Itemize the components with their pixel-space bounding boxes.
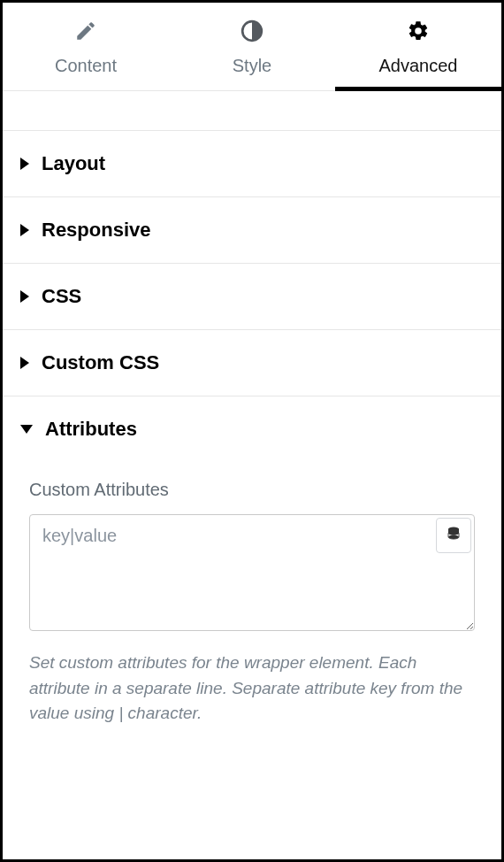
advanced-panel: Layout Responsive CSS Custom CSS Attribu… — [3, 91, 501, 727]
tab-label-advanced: Advanced — [379, 56, 458, 76]
section-custom-css: Custom CSS — [3, 329, 501, 396]
section-responsive: Responsive — [3, 196, 501, 264]
caret-right-icon — [20, 357, 29, 369]
contrast-icon — [240, 19, 264, 43]
attributes-body: Custom Attributes Set custom attributes … — [3, 462, 501, 727]
caret-right-icon — [20, 158, 29, 170]
custom-attributes-input-wrap — [29, 514, 475, 635]
section-css: CSS — [3, 263, 501, 330]
section-header-css[interactable]: CSS — [3, 264, 501, 329]
gear-icon — [406, 19, 431, 43]
tab-label-style: Style — [233, 56, 271, 76]
section-title-custom-css: Custom CSS — [42, 351, 159, 374]
section-header-responsive[interactable]: Responsive — [3, 197, 501, 263]
section-title-layout: Layout — [42, 152, 105, 175]
tab-style[interactable]: Style — [169, 3, 335, 90]
dynamic-tags-button[interactable] — [436, 518, 471, 553]
section-header-layout[interactable]: Layout — [3, 131, 501, 196]
tab-content[interactable]: Content — [3, 3, 169, 90]
svg-point-2 — [448, 531, 459, 535]
custom-attributes-help: Set custom attributes for the wrapper el… — [29, 650, 475, 727]
tab-label-content: Content — [55, 56, 117, 76]
database-icon — [446, 526, 462, 545]
section-title-css: CSS — [42, 285, 81, 308]
pencil-icon — [73, 19, 98, 43]
section-title-responsive: Responsive — [42, 219, 151, 242]
caret-right-icon — [20, 290, 29, 303]
section-header-custom-css[interactable]: Custom CSS — [3, 330, 501, 396]
section-layout: Layout — [3, 130, 501, 197]
svg-point-3 — [448, 535, 459, 540]
section-header-attributes[interactable]: Attributes — [3, 396, 501, 462]
custom-attributes-label: Custom Attributes — [29, 480, 475, 500]
tab-advanced[interactable]: Advanced — [335, 3, 501, 90]
section-title-attributes: Attributes — [45, 418, 137, 441]
caret-right-icon — [20, 224, 29, 236]
caret-down-icon — [20, 425, 33, 434]
custom-attributes-input[interactable] — [29, 514, 475, 631]
section-attributes: Attributes Custom Attributes Set custom … — [3, 396, 501, 727]
tabs-bar: Content Style Advanced — [3, 3, 501, 91]
